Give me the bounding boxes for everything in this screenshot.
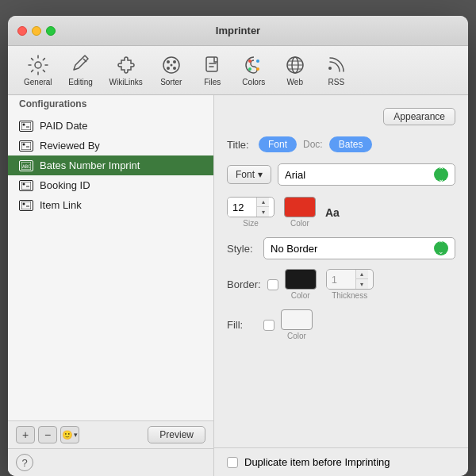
puzzle-icon [115, 54, 137, 76]
thickness-increment-button[interactable]: ▴ [356, 270, 368, 279]
style-value: No Border [271, 243, 317, 255]
fill-color-sublabel: Color [287, 332, 306, 340]
font-type-dropdown[interactable]: Font ▾ [227, 165, 271, 184]
font-pill-button[interactable]: Font [259, 136, 297, 152]
config-icon-paid [19, 121, 33, 132]
config-label-bates: Bates Number Imprint [40, 159, 140, 171]
config-label-item-link: Item Link [40, 199, 82, 211]
svg-point-15 [23, 123, 25, 125]
style-row: Style: No Border ⌃⌄ [214, 232, 468, 264]
thickness-input[interactable] [327, 271, 355, 289]
style-select[interactable]: No Border ⌃⌄ [263, 237, 455, 259]
config-item-item-link[interactable]: Item Link [8, 195, 213, 215]
right-panel: Appearance Title: Font Doc: Bates Font ▾ [214, 95, 468, 476]
fill-row: Fill: Color [214, 305, 468, 345]
size-color-row: ▴ ▾ Size Color Aa [214, 192, 468, 232]
border-label: Border: [227, 278, 261, 290]
border-checkbox[interactable] [267, 279, 278, 290]
main-content: Configurations PAID Date Reviewed By [8, 95, 468, 476]
color-sublabel: Color [290, 219, 309, 228]
help-button[interactable]: ? [16, 454, 33, 471]
svg-point-8 [248, 60, 251, 63]
rss-icon [325, 54, 347, 76]
size-increment-button[interactable]: ▴ [257, 198, 269, 207]
files-label: Files [204, 78, 221, 86]
size-input[interactable] [228, 198, 256, 217]
rss-label: RSS [328, 78, 345, 86]
minimize-button[interactable] [32, 26, 41, 36]
config-label-paid: PAID Date [40, 120, 87, 132]
font-value: Arial [285, 169, 305, 181]
preview-button[interactable]: Preview [148, 426, 205, 443]
svg-rect-25 [21, 202, 31, 209]
toolbar-item-general[interactable]: General [16, 51, 60, 90]
thickness-stepper: ▴ ▾ [355, 270, 368, 289]
duplicate-label: Duplicate item before Imprinting [244, 456, 390, 468]
toolbar-item-colors[interactable]: Colors [233, 51, 274, 90]
colors-icon [243, 54, 265, 76]
sidebar-actions: + − 🙂 ▾ Preview [8, 420, 213, 448]
size-decrement-button[interactable]: ▾ [257, 207, 269, 217]
titlebar: Imprinter [8, 16, 468, 46]
size-stepper: ▴ ▾ [256, 198, 269, 217]
traffic-lights [17, 26, 56, 36]
toolbar-item-sorter[interactable]: Sorter [151, 51, 192, 90]
toolbar-item-editing[interactable]: Editing [60, 51, 102, 90]
sorter-label: Sorter [160, 78, 182, 86]
font-dropdown-label: Font [236, 169, 255, 180]
configurations-heading: Configurations [8, 95, 213, 116]
svg-rect-7 [206, 57, 217, 71]
svg-rect-17 [21, 142, 31, 150]
title-row: Title: Font Doc: Bates [214, 132, 468, 157]
general-label: General [24, 78, 52, 86]
fill-checkbox[interactable] [263, 320, 274, 331]
appearance-button[interactable]: Appearance [383, 108, 455, 125]
border-color-swatch[interactable] [285, 269, 317, 290]
chevron-down-icon: ▾ [258, 169, 263, 180]
config-item-booking-id[interactable]: Booking ID [8, 175, 213, 195]
chevron-icon-style: ⌃⌄ [438, 240, 444, 256]
title-label: Title: [227, 139, 252, 151]
config-item-reviewed-by[interactable]: Reviewed By [8, 136, 213, 155]
toolbar-item-wikilinks[interactable]: WikiLinks [102, 51, 151, 90]
aa-preview[interactable]: Aa [325, 206, 340, 219]
toolbar-item-files[interactable]: Files [192, 51, 233, 90]
svg-point-5 [173, 67, 176, 70]
duplicate-checkbox[interactable] [227, 457, 238, 468]
border-row: Border: Color ▴ ▾ [214, 264, 468, 305]
chevron-icon: ⌃⌄ [438, 166, 444, 183]
globe-icon [284, 54, 306, 76]
close-button[interactable] [17, 26, 27, 36]
svg-point-11 [256, 67, 259, 71]
duplicate-row: Duplicate item before Imprinting [214, 447, 468, 476]
color-swatch-text[interactable] [284, 197, 316, 217]
toolbar-item-rss[interactable]: RSS [316, 51, 357, 90]
fill-color-swatch[interactable] [281, 309, 313, 330]
bates-pill-button[interactable]: Bates [329, 136, 373, 152]
thickness-sublabel: Thickness [332, 291, 367, 300]
svg-point-10 [248, 67, 251, 71]
config-list: Configurations PAID Date Reviewed By [8, 95, 213, 420]
config-item-bates-number[interactable]: ABC Bates Number Imprint [8, 155, 213, 175]
svg-point-4 [167, 67, 170, 70]
size-sublabel: Size [243, 219, 258, 228]
options-button[interactable]: 🙂 ▾ [60, 426, 79, 443]
add-config-button[interactable]: + [16, 426, 35, 443]
config-icon-reviewed [19, 140, 33, 152]
window-title: Imprinter [216, 25, 260, 36]
sort-icon [160, 54, 182, 76]
config-item-paid-date[interactable]: PAID Date [8, 116, 213, 136]
remove-config-button[interactable]: − [38, 426, 57, 443]
pencil-icon [70, 54, 92, 76]
svg-point-9 [256, 60, 259, 63]
toolbar-item-web[interactable]: Web [274, 51, 316, 90]
config-icon-bates: ABC [19, 160, 33, 171]
svg-point-0 [35, 62, 41, 68]
colors-label: Colors [242, 78, 265, 86]
style-label: Style: [227, 243, 257, 255]
svg-point-2 [167, 60, 170, 63]
style-select-arrow: ⌃⌄ [434, 241, 448, 255]
thickness-decrement-button[interactable]: ▾ [356, 279, 368, 289]
font-select[interactable]: Arial ⌃⌄ [278, 163, 455, 186]
maximize-button[interactable] [46, 26, 56, 36]
